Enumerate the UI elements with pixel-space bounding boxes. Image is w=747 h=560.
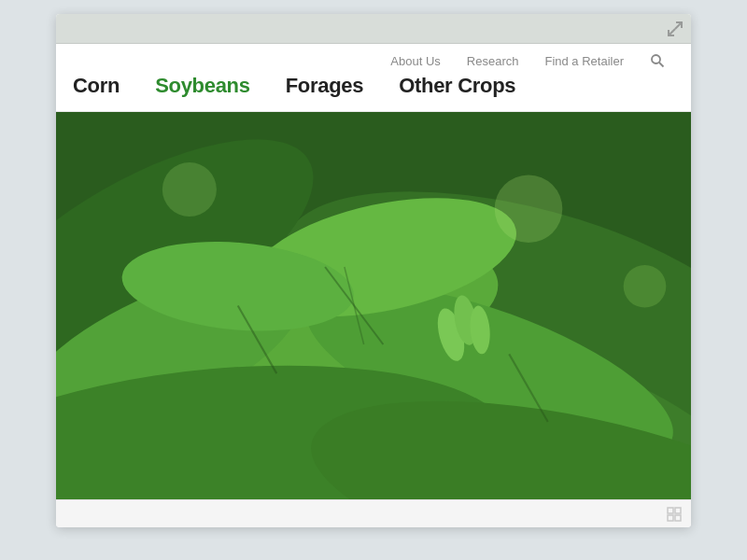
svg-rect-30 [668, 515, 673, 521]
nav-forages[interactable]: Forages [276, 74, 389, 98]
top-nav: About Us Research Find a Retailer [56, 44, 691, 74]
svg-line-1 [669, 29, 675, 35]
research-link[interactable]: Research [467, 54, 519, 68]
svg-point-23 [624, 265, 667, 308]
about-us-link[interactable]: About Us [390, 54, 440, 68]
browser-window: About Us Research Find a Retailer Corn S… [56, 14, 691, 527]
svg-line-0 [675, 22, 682, 29]
find-retailer-link[interactable]: Find a Retailer [544, 54, 624, 68]
svg-point-22 [162, 162, 217, 217]
search-icon[interactable] [650, 53, 665, 68]
nav-other-crops[interactable]: Other Crops [389, 74, 542, 98]
hero-image [56, 112, 691, 499]
expand-icon[interactable] [667, 21, 684, 37]
main-nav: Corn Soybeans Forages Other Crops [56, 74, 691, 111]
bottom-bar [56, 499, 691, 527]
browser-chrome [56, 14, 691, 44]
grid-icon[interactable] [667, 507, 682, 522]
svg-rect-28 [668, 508, 673, 513]
site-header: About Us Research Find a Retailer Corn S… [56, 44, 691, 112]
svg-rect-29 [675, 508, 681, 513]
nav-soybeans[interactable]: Soybeans [146, 74, 276, 98]
svg-point-2 [652, 55, 660, 63]
svg-rect-31 [675, 515, 681, 521]
svg-point-21 [495, 175, 563, 243]
nav-corn[interactable]: Corn [73, 74, 146, 98]
svg-line-3 [659, 63, 664, 67]
